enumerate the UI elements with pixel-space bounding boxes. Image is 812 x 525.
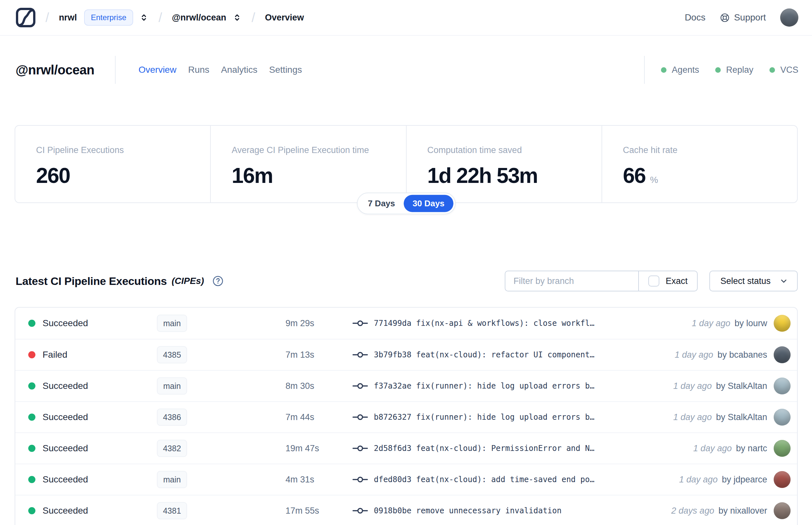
commit-message[interactable]: 771499da fix(nx-api & workflows): close … [374,319,594,328]
status-dot-icon [28,507,35,514]
status-dot-icon [28,320,35,327]
enterprise-badge[interactable]: Enterprise [84,10,133,26]
table-row[interactable]: Succeeded main 8m 30s f37a32ae fix(runne… [15,370,797,401]
docs-link[interactable]: Docs [685,12,705,23]
workspace-switcher-chevron-icon[interactable] [232,13,242,22]
org-switcher-chevron-icon[interactable] [139,13,149,22]
breadcrumb-org[interactable]: nrwl [59,13,77,23]
row-meta: 1 day ago by jdpearce [679,475,767,485]
commit-icon [352,350,368,359]
author-avatar[interactable] [774,471,791,488]
status-dot-icon [661,67,667,73]
integration-vcs[interactable]: VCS [769,65,798,75]
table-row[interactable]: Succeeded 4386 7m 44s b8726327 fix(runne… [15,401,797,432]
section-title-suffix: (CIPEs) [172,276,204,286]
row-meta: 1 day ago by StalkAltan [673,412,767,422]
commit-icon [352,444,368,452]
commit-icon [352,382,368,390]
table-row[interactable]: Succeeded main 9m 29s 771499da fix(nx-ap… [15,308,797,339]
author-avatar[interactable] [774,377,791,394]
branch-badge[interactable]: 4381 [157,502,187,520]
divider [115,56,116,84]
author: by lourw [734,318,767,328]
author-avatar[interactable] [774,502,791,519]
time-ago: 1 day ago [675,350,713,360]
percent-suffix: % [650,175,658,185]
top-nav: / nrwl Enterprise / @nrwl/ocean / Overvi… [0,0,812,36]
nx-cloud-logo-icon[interactable] [16,7,36,28]
section-title: Latest CI Pipeline Executions [16,275,167,287]
commit-message[interactable]: dfed80d3 feat(nx-cloud): add time-saved … [374,475,594,484]
cipes-header: Latest CI Pipeline Executions (CIPEs) Ex… [16,271,798,291]
commit-icon [352,507,368,515]
page-title: @nrwl/ocean [16,63,94,77]
breadcrumb-workspace[interactable]: @nrwl/ocean [172,13,226,23]
tab-overview[interactable]: Overview [138,65,177,75]
stat-card-ci-pipeline-executions: CI Pipeline Executions 260 [15,126,210,202]
duration: 7m 44s [286,412,315,422]
duration: 4m 31s [286,475,315,485]
time-ago: 1 day ago [679,475,718,485]
commit-icon [352,413,368,421]
support-link[interactable]: Support [720,12,766,23]
author: by StalkAltan [716,412,767,422]
range-option-7-days[interactable]: 7 Days [359,195,404,212]
branch-badge[interactable]: main [157,377,187,395]
user-avatar[interactable] [780,9,798,27]
status-dot-icon [715,67,721,73]
time-ago: 1 day ago [673,412,712,422]
status-label: Succeeded [43,412,88,422]
author: by bcabanes [718,350,767,360]
author-avatar[interactable] [774,440,791,457]
duration: 8m 30s [286,381,315,391]
status-dot-icon [28,476,35,483]
breadcrumb-separator: / [252,10,255,25]
date-range-toggle: 7 Days 30 Days [357,193,455,214]
commit-message[interactable]: b8726327 fix(runner): hide log upload er… [374,412,594,422]
status-label: Succeeded [43,506,88,516]
range-option-30-days[interactable]: 30 Days [404,195,453,212]
table-row[interactable]: Failed 4385 7m 13s 3b79fb38 feat(nx-clou… [15,339,797,370]
status-dot-icon [28,382,35,390]
chevron-down-icon [779,276,788,286]
commit-message[interactable]: f37a32ae fix(runner): hide log upload er… [374,381,594,390]
status-dot-icon [28,351,35,358]
commit-message[interactable]: 0918b0be remove unnecessary invalidation [374,506,562,515]
exact-match-toggle[interactable]: Exact [639,271,697,291]
branch-badge[interactable]: 4386 [157,409,187,426]
duration: 19m 47s [286,444,319,453]
row-meta: 1 day ago by lourw [692,318,767,328]
table-row[interactable]: Succeeded main 4m 31s dfed80d3 feat(nx-c… [15,464,797,495]
integration-replay[interactable]: Replay [715,65,753,75]
branch-badge[interactable]: 4385 [157,346,187,363]
commit-message[interactable]: 2d58f6d3 feat(nx-cloud): PermissionError… [374,444,594,453]
tab-analytics[interactable]: Analytics [221,65,258,75]
status-label: Failed [43,349,67,360]
tab-settings[interactable]: Settings [269,65,302,75]
tab-runs[interactable]: Runs [188,65,209,75]
author-avatar[interactable] [774,409,791,425]
time-ago: 2 days ago [671,506,714,516]
workspace-header: @nrwl/ocean Overview Runs Analytics Sett… [0,56,812,84]
stat-card-computation-time-saved: Computation time saved 1d 22h 53m [406,126,601,202]
stat-card-cache-hit-rate: Cache hit rate 66 % [601,126,797,202]
row-meta: 1 day ago by bcabanes [675,350,767,360]
commit-message[interactable]: 3b79fb38 feat(nx-cloud): refactor UI com… [374,350,594,359]
branch-badge[interactable]: main [157,471,187,488]
duration: 17m 55s [286,506,319,516]
author-avatar[interactable] [774,346,791,363]
status-select[interactable]: Select status [709,271,798,291]
integration-status-group: Agents Replay VCS [644,56,798,84]
help-icon[interactable] [212,275,224,287]
integration-agents[interactable]: Agents [661,65,699,75]
stats-section: CI Pipeline Executions 260 Average CI Pi… [15,125,798,203]
author-avatar[interactable] [774,315,791,332]
status-label: Succeeded [43,443,88,453]
exact-checkbox[interactable] [648,275,659,287]
author: by nixallover [718,506,767,516]
branch-badge[interactable]: main [157,315,187,332]
table-row[interactable]: Succeeded 4381 17m 55s 0918b0be remove u… [15,495,797,525]
table-row[interactable]: Succeeded 4382 19m 47s 2d58f6d3 feat(nx-… [15,432,797,464]
branch-filter-input[interactable] [505,271,638,291]
branch-badge[interactable]: 4382 [157,440,187,457]
